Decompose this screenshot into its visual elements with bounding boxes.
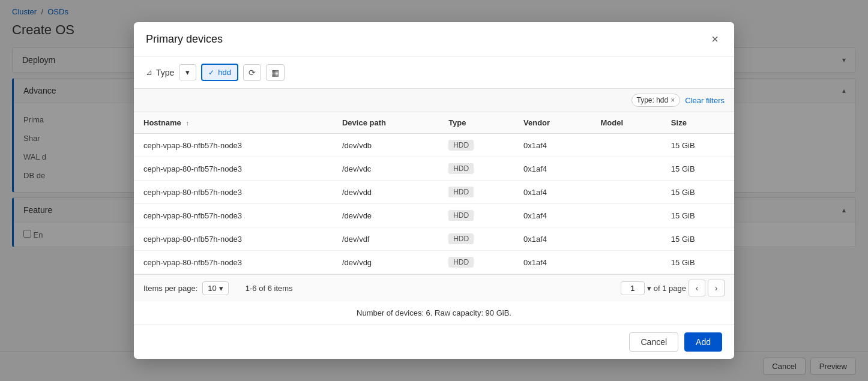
cell-hostname: ceph-vpap-80-nfb57h-node3 (134, 251, 333, 274)
chip-close-button[interactable]: × (671, 97, 675, 104)
cell-vendor: 0x1af4 (514, 181, 591, 204)
filter-chip-hdd: Type: hdd × (631, 94, 681, 107)
cell-type: HDD (439, 227, 514, 251)
cell-device-path: /dev/vdg (333, 251, 439, 274)
col-device-path: Device path (333, 112, 439, 134)
cell-device-path: /dev/vdc (333, 157, 439, 181)
cell-model (591, 227, 661, 251)
cell-type: HDD (439, 204, 514, 227)
devices-table: Hostname ↑ Device path Type Vendor Model… (134, 112, 734, 274)
cell-model (591, 204, 661, 227)
col-vendor: Vendor (514, 112, 591, 134)
table-row: ceph-vpap-80-nfb57h-node3 /dev/vdf HDD 0… (134, 227, 734, 251)
cell-model (591, 157, 661, 181)
table-row: ceph-vpap-80-nfb57h-node3 /dev/vdd HDD 0… (134, 181, 734, 204)
filter-chips-bar: Type: hdd × Clear filters (134, 88, 734, 112)
table-row: ceph-vpap-80-nfb57h-node3 /dev/vdg HDD 0… (134, 251, 734, 274)
col-model: Model (591, 112, 661, 134)
page-number-input[interactable] (621, 281, 645, 295)
devices-table-wrap: Hostname ↑ Device path Type Vendor Model… (134, 112, 734, 274)
cell-type: HDD (439, 157, 514, 181)
filter-icon: ⊿ (146, 68, 152, 77)
cell-size: 15 GiB (662, 181, 734, 204)
cell-vendor: 0x1af4 (514, 251, 591, 274)
cell-hostname: ceph-vpap-80-nfb57h-node3 (134, 181, 333, 204)
cell-type: HDD (439, 181, 514, 204)
table-row: ceph-vpap-80-nfb57h-node3 /dev/vdb HDD 0… (134, 134, 734, 157)
refresh-button[interactable]: ⟳ (243, 64, 261, 81)
sort-icon: ↑ (185, 119, 189, 127)
cell-hostname: ceph-vpap-80-nfb57h-node3 (134, 134, 333, 157)
cell-vendor: 0x1af4 (514, 134, 591, 157)
cell-size: 15 GiB (662, 251, 734, 274)
cell-hostname: ceph-vpap-80-nfb57h-node3 (134, 227, 333, 251)
cell-vendor: 0x1af4 (514, 204, 591, 227)
calendar-button[interactable]: ▦ (266, 64, 285, 81)
hdd-filter-option[interactable]: ✓ hdd (201, 64, 238, 81)
cell-size: 15 GiB (662, 204, 734, 227)
pagination-left: Items per page: 10 ▾ (143, 281, 229, 295)
cell-device-path: /dev/vde (333, 204, 439, 227)
per-page-select[interactable]: 10 ▾ (202, 281, 228, 295)
table-header: Hostname ↑ Device path Type Vendor Model… (134, 112, 734, 134)
modal-overlay: Primary devices × ⊿ Type ▾ ✓ hdd ⟳ ▦ (0, 0, 868, 381)
clear-filters-button[interactable]: Clear filters (685, 96, 725, 105)
col-size: Size (662, 112, 734, 134)
modal-title: Primary devices (146, 33, 223, 46)
calendar-icon: ▦ (271, 68, 279, 77)
table-row: ceph-vpap-80-nfb57h-node3 /dev/vde HDD 0… (134, 204, 734, 227)
check-icon: ✓ (208, 68, 214, 77)
cell-device-path: /dev/vdd (333, 181, 439, 204)
cell-device-path: /dev/vdf (333, 227, 439, 251)
col-hostname: Hostname ↑ (134, 112, 333, 134)
prev-page-button[interactable]: ‹ (689, 280, 705, 296)
primary-devices-modal: Primary devices × ⊿ Type ▾ ✓ hdd ⟳ ▦ (134, 22, 734, 359)
cell-hostname: ceph-vpap-80-nfb57h-node3 (134, 204, 333, 227)
cell-vendor: 0x1af4 (514, 157, 591, 181)
modal-actions: Cancel Add (134, 325, 734, 359)
pagination-range: 1-6 of 6 items (236, 284, 613, 293)
cell-model (591, 251, 661, 274)
page-select-chevron: ▾ (647, 284, 651, 293)
cell-model (591, 134, 661, 157)
page-input-wrap: ▾ of 1 page (621, 281, 686, 295)
type-dropdown[interactable]: ▾ (179, 64, 196, 80)
add-button[interactable]: Add (684, 332, 722, 352)
modal-close-button[interactable]: × (708, 32, 722, 46)
table-body: ceph-vpap-80-nfb57h-node3 /dev/vdb HDD 0… (134, 134, 734, 274)
cell-type: HDD (439, 134, 514, 157)
next-page-button[interactable]: › (708, 280, 725, 296)
cell-vendor: 0x1af4 (514, 227, 591, 251)
cell-size: 15 GiB (662, 134, 734, 157)
per-page-chevron: ▾ (219, 284, 223, 293)
modal-toolbar: ⊿ Type ▾ ✓ hdd ⟳ ▦ (134, 56, 734, 88)
cell-size: 15 GiB (662, 227, 734, 251)
pagination-right: ▾ of 1 page ‹ › (621, 280, 725, 296)
cell-model (591, 181, 661, 204)
cell-type: HDD (439, 251, 514, 274)
col-type: Type (439, 112, 514, 134)
filter-label: ⊿ Type (146, 68, 174, 77)
cancel-button[interactable]: Cancel (629, 332, 678, 352)
table-row: ceph-vpap-80-nfb57h-node3 /dev/vdc HDD 0… (134, 157, 734, 181)
cell-size: 15 GiB (662, 157, 734, 181)
modal-header: Primary devices × (134, 22, 734, 56)
devices-summary: Number of devices: 6. Raw capacity: 90 G… (134, 301, 734, 325)
refresh-icon: ⟳ (249, 68, 256, 77)
cell-hostname: ceph-vpap-80-nfb57h-node3 (134, 157, 333, 181)
modal-pagination: Items per page: 10 ▾ 1-6 of 6 items ▾ of… (134, 274, 734, 301)
cell-device-path: /dev/vdb (333, 134, 439, 157)
